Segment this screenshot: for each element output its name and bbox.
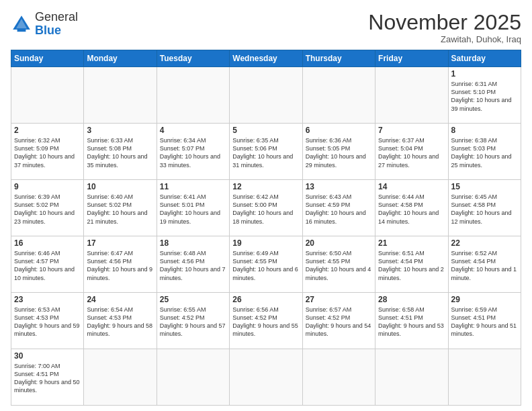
day-info: Sunrise: 6:31 AM Sunset: 5:10 PM Dayligh… [451,80,518,113]
calendar-cell: 25Sunrise: 6:55 AM Sunset: 4:52 PM Dayli… [157,293,229,349]
calendar-cell: 3Sunrise: 6:33 AM Sunset: 5:08 PM Daylig… [84,124,157,180]
day-number: 27 [306,295,372,304]
calendar-cell: 20Sunrise: 6:50 AM Sunset: 4:55 PM Dayli… [302,236,375,293]
day-number: 21 [378,238,445,248]
day-number: 4 [160,126,226,135]
calendar-cell: 7Sunrise: 6:37 AM Sunset: 5:04 PM Daylig… [375,124,448,180]
weekday-header-sunday: Sunday [11,50,84,67]
day-number: 20 [306,238,372,248]
logo-icon [11,13,32,35]
calendar-cell: 22Sunrise: 6:52 AM Sunset: 4:54 PM Dayli… [448,236,521,293]
day-number: 25 [160,295,226,304]
day-number: 19 [232,238,299,248]
day-number: 30 [14,351,81,361]
day-number: 12 [232,182,299,191]
day-number: 18 [160,238,226,248]
day-number: 10 [87,182,153,191]
calendar-cell [302,349,375,406]
day-number: 14 [378,182,445,191]
calendar-cell: 24Sunrise: 6:54 AM Sunset: 4:53 PM Dayli… [84,293,157,349]
day-info: Sunrise: 6:37 AM Sunset: 5:04 PM Dayligh… [378,136,445,169]
calendar-cell [84,67,157,124]
day-info: Sunrise: 6:46 AM Sunset: 4:57 PM Dayligh… [14,249,81,282]
calendar-cell: 14Sunrise: 6:44 AM Sunset: 4:58 PM Dayli… [375,180,448,236]
calendar-cell [84,349,157,406]
calendar-cell: 13Sunrise: 6:43 AM Sunset: 4:59 PM Dayli… [302,180,375,236]
day-number: 28 [378,295,445,304]
day-info: Sunrise: 6:49 AM Sunset: 4:55 PM Dayligh… [232,249,299,282]
calendar-cell: 17Sunrise: 6:47 AM Sunset: 4:56 PM Dayli… [84,236,157,293]
calendar-week-3: 16Sunrise: 6:46 AM Sunset: 4:57 PM Dayli… [11,236,521,293]
day-info: Sunrise: 6:53 AM Sunset: 4:53 PM Dayligh… [14,306,81,338]
calendar-cell: 9Sunrise: 6:39 AM Sunset: 5:02 PM Daylig… [11,180,84,236]
day-number: 11 [160,182,226,191]
logo-blue: Blue [35,24,61,37]
calendar-cell: 8Sunrise: 6:38 AM Sunset: 5:03 PM Daylig… [448,124,521,180]
day-number: 13 [306,182,372,191]
calendar-cell: 12Sunrise: 6:42 AM Sunset: 5:00 PM Dayli… [230,180,302,236]
month-title: November 2025 [368,11,521,34]
day-info: Sunrise: 6:42 AM Sunset: 5:00 PM Dayligh… [232,193,299,226]
day-number: 16 [14,238,81,248]
day-info: Sunrise: 6:52 AM Sunset: 4:54 PM Dayligh… [451,249,518,282]
day-number: 29 [451,295,518,304]
location: Zawitah, Duhok, Iraq [368,34,521,44]
calendar-cell: 15Sunrise: 6:45 AM Sunset: 4:58 PM Dayli… [448,180,521,236]
day-info: Sunrise: 6:57 AM Sunset: 4:52 PM Dayligh… [306,306,372,338]
day-info: Sunrise: 6:56 AM Sunset: 4:52 PM Dayligh… [232,306,299,338]
day-info: Sunrise: 6:38 AM Sunset: 5:03 PM Dayligh… [451,136,518,169]
weekday-header-tuesday: Tuesday [157,50,229,67]
day-info: Sunrise: 6:40 AM Sunset: 5:02 PM Dayligh… [87,193,153,226]
day-number: 7 [378,126,445,135]
calendar-cell: 2Sunrise: 6:32 AM Sunset: 5:09 PM Daylig… [11,124,84,180]
calendar-cell [302,67,375,124]
calendar-cell: 11Sunrise: 6:41 AM Sunset: 5:01 PM Dayli… [157,180,229,236]
calendar-cell [375,67,448,124]
calendar-cell: 19Sunrise: 6:49 AM Sunset: 4:55 PM Dayli… [230,236,302,293]
calendar-cell [157,67,229,124]
calendar-week-4: 23Sunrise: 6:53 AM Sunset: 4:53 PM Dayli… [11,293,521,349]
weekday-header-thursday: Thursday [302,50,375,67]
calendar-cell: 6Sunrise: 6:36 AM Sunset: 5:05 PM Daylig… [302,124,375,180]
calendar-cell: 26Sunrise: 6:56 AM Sunset: 4:52 PM Dayli… [230,293,302,349]
calendar-cell: 10Sunrise: 6:40 AM Sunset: 5:02 PM Dayli… [84,180,157,236]
day-info: Sunrise: 6:58 AM Sunset: 4:51 PM Dayligh… [378,306,445,338]
calendar-cell: 29Sunrise: 6:59 AM Sunset: 4:51 PM Dayli… [448,293,521,349]
svg-rect-2 [17,28,26,32]
day-info: Sunrise: 6:51 AM Sunset: 4:54 PM Dayligh… [378,249,445,282]
calendar-cell: 28Sunrise: 6:58 AM Sunset: 4:51 PM Dayli… [375,293,448,349]
calendar-week-5: 30Sunrise: 7:00 AM Sunset: 4:51 PM Dayli… [11,349,521,406]
weekday-header-friday: Friday [375,50,448,67]
day-number: 9 [14,182,81,191]
calendar-cell: 1Sunrise: 6:31 AM Sunset: 5:10 PM Daylig… [448,67,521,124]
day-number: 15 [451,182,518,191]
day-info: Sunrise: 6:32 AM Sunset: 5:09 PM Dayligh… [14,136,81,169]
weekday-header-monday: Monday [84,50,157,67]
day-number: 26 [232,295,299,304]
day-number: 8 [451,126,518,135]
day-info: Sunrise: 6:55 AM Sunset: 4:52 PM Dayligh… [160,306,226,338]
day-info: Sunrise: 6:36 AM Sunset: 5:05 PM Dayligh… [306,136,372,169]
day-number: 2 [14,126,81,135]
calendar-week-2: 9Sunrise: 6:39 AM Sunset: 5:02 PM Daylig… [11,180,521,236]
day-info: Sunrise: 6:48 AM Sunset: 4:56 PM Dayligh… [160,249,226,282]
weekday-header-row: SundayMondayTuesdayWednesdayThursdayFrid… [11,50,521,67]
calendar-cell: 30Sunrise: 7:00 AM Sunset: 4:51 PM Dayli… [11,349,84,406]
weekday-header-wednesday: Wednesday [230,50,302,67]
calendar-cell: 16Sunrise: 6:46 AM Sunset: 4:57 PM Dayli… [11,236,84,293]
calendar-cell [230,349,302,406]
logo-text: GeneralBlue [35,11,78,38]
day-info: Sunrise: 6:50 AM Sunset: 4:55 PM Dayligh… [306,249,372,282]
header: GeneralBlue November 2025 Zawitah, Duhok… [11,11,521,44]
day-number: 5 [232,126,299,135]
day-number: 22 [451,238,518,248]
day-info: Sunrise: 6:33 AM Sunset: 5:08 PM Dayligh… [87,136,153,169]
weekday-header-saturday: Saturday [448,50,521,67]
day-info: Sunrise: 6:54 AM Sunset: 4:53 PM Dayligh… [87,306,153,338]
day-info: Sunrise: 6:59 AM Sunset: 4:51 PM Dayligh… [451,306,518,338]
calendar-cell: 21Sunrise: 6:51 AM Sunset: 4:54 PM Dayli… [375,236,448,293]
calendar-cell: 5Sunrise: 6:35 AM Sunset: 5:06 PM Daylig… [230,124,302,180]
day-info: Sunrise: 6:34 AM Sunset: 5:07 PM Dayligh… [160,136,226,169]
day-info: Sunrise: 6:45 AM Sunset: 4:58 PM Dayligh… [451,193,518,226]
calendar-week-0: 1Sunrise: 6:31 AM Sunset: 5:10 PM Daylig… [11,67,521,124]
